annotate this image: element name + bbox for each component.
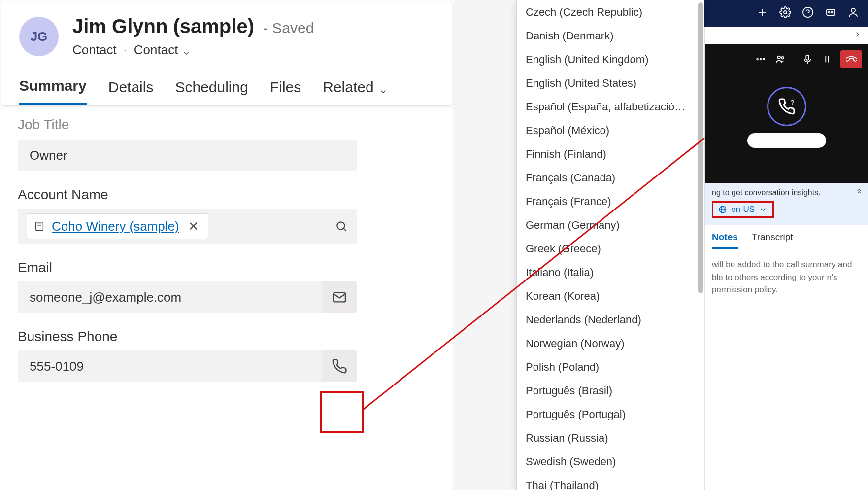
input-job-title[interactable]: Owner — [18, 140, 357, 171]
chevron-down-icon — [182, 46, 191, 55]
language-option[interactable]: Korean (Korea) — [517, 284, 698, 308]
globe-icon — [718, 205, 727, 214]
expand-panel-button[interactable] — [853, 30, 862, 41]
call-status-ring: ? — [767, 87, 806, 126]
language-dropdown[interactable]: Czech (Czech Republic)Danish (Denmark)En… — [516, 0, 704, 490]
profile-button[interactable] — [847, 6, 859, 20]
tab-summary[interactable]: Summary — [19, 77, 87, 105]
language-option[interactable]: Português (Brasil) — [517, 379, 698, 403]
svg-point-12 — [829, 12, 830, 13]
form-area: Job Title Owner Account Name Coho Winery… — [0, 118, 453, 382]
language-list[interactable]: Czech (Czech Republic)Danish (Denmark)En… — [517, 0, 698, 490]
send-email-button[interactable] — [322, 281, 357, 313]
contact-header: JG Jim Glynn (sample) - Saved Contact · … — [1, 1, 452, 106]
hangup-button[interactable] — [840, 50, 862, 68]
hold-button[interactable] — [821, 53, 834, 66]
transcript-language-selector[interactable]: en-US — [712, 201, 774, 218]
svg-point-16 — [760, 59, 762, 60]
phone-icon — [332, 358, 347, 374]
language-option[interactable]: Nederlands (Nederland) — [517, 308, 698, 332]
search-icon[interactable] — [335, 220, 348, 233]
field-business-phone: 555-0109 — [18, 350, 357, 382]
insight-tabs: Notes Transcript — [705, 225, 868, 249]
chevron-down-icon — [379, 83, 388, 92]
form-selector[interactable]: Contact — [134, 42, 191, 58]
language-option[interactable]: Swedish (Sweden) — [517, 450, 698, 474]
assistant-button[interactable] — [825, 6, 836, 20]
tab-related-label: Related — [323, 79, 373, 96]
call-controls — [754, 50, 862, 68]
mail-icon — [332, 289, 347, 305]
language-option[interactable]: Russian (Russia) — [517, 426, 698, 450]
language-option[interactable]: Español (México) — [517, 119, 698, 142]
svg-rect-0 — [36, 222, 43, 231]
tab-notes[interactable]: Notes — [712, 232, 738, 249]
breadcrumb-entity: Contact — [72, 42, 117, 58]
lookup-link[interactable]: Coho Winery (sample) — [52, 219, 179, 234]
panel-header — [705, 27, 868, 44]
tab-details[interactable]: Details — [108, 77, 154, 105]
call-avatar-area: ? — [747, 87, 826, 148]
language-option[interactable]: English (United Kingdom) — [517, 48, 698, 71]
svg-point-3 — [337, 222, 344, 229]
language-option[interactable]: Finnish (Finland) — [517, 142, 698, 166]
svg-point-18 — [778, 56, 781, 59]
input-business-phone[interactable]: 555-0109 — [18, 350, 322, 382]
call-area: ? — [705, 44, 868, 183]
record-tabs: Summary Details Scheduling Files Related — [19, 77, 434, 105]
lookup-chip-account[interactable]: Coho Winery (sample) ✕ — [27, 213, 208, 239]
phone-unknown-icon: ? — [778, 98, 796, 115]
language-option[interactable]: Português (Portugal) — [517, 403, 698, 426]
tab-related[interactable]: Related — [323, 77, 387, 105]
tab-files[interactable]: Files — [270, 77, 301, 105]
field-email: someone_j@example.com — [18, 281, 357, 313]
language-option[interactable]: Polish (Poland) — [517, 355, 698, 379]
caller-name-redacted — [747, 133, 826, 148]
clear-lookup-icon[interactable]: ✕ — [186, 219, 201, 234]
language-option[interactable]: Norwegian (Norway) — [517, 332, 698, 355]
contact-name: Jim Glynn (sample) — [72, 15, 254, 37]
tab-transcript[interactable]: Transcript — [752, 232, 793, 249]
language-option[interactable]: Italiano (Italia) — [517, 261, 698, 284]
form-selector-label: Contact — [134, 42, 178, 58]
svg-rect-20 — [806, 55, 809, 60]
entity-icon — [34, 221, 45, 232]
svg-point-13 — [832, 12, 833, 13]
separator-dot: · — [124, 42, 127, 58]
contact-record-panel: JG Jim Glynn (sample) - Saved Contact · … — [0, 0, 453, 490]
language-option[interactable]: Français (Canada) — [517, 166, 698, 190]
tab-scheduling[interactable]: Scheduling — [175, 77, 248, 105]
entity-breadcrumb: Contact · Contact — [72, 42, 314, 58]
language-option[interactable]: Czech (Czech Republic) — [517, 0, 698, 24]
lookup-account-name[interactable]: Coho Winery (sample) ✕ — [18, 209, 357, 244]
chevron-down-icon — [759, 205, 768, 214]
language-option[interactable]: Français (France) — [517, 190, 698, 213]
more-options-button[interactable] — [754, 53, 767, 66]
call-phone-button[interactable] — [322, 350, 357, 382]
mute-button[interactable] — [801, 53, 814, 66]
svg-point-17 — [763, 59, 765, 60]
language-option[interactable]: Danish (Denmark) — [517, 24, 698, 48]
language-option[interactable]: English (United States) — [517, 71, 698, 95]
svg-rect-11 — [827, 9, 835, 15]
language-option[interactable]: Thai (Thailand) — [517, 474, 698, 490]
help-button[interactable] — [802, 6, 814, 20]
add-button[interactable] — [757, 6, 768, 20]
language-option[interactable]: Greek (Greece) — [517, 237, 698, 261]
svg-line-4 — [344, 229, 346, 231]
language-option[interactable]: Español (España, alfabetización internac… — [517, 95, 698, 119]
app-top-bar — [704, 0, 868, 27]
participants-button[interactable] — [774, 53, 787, 66]
svg-text:?: ? — [790, 99, 794, 106]
svg-point-19 — [781, 57, 784, 59]
save-status: - Saved — [263, 20, 314, 36]
language-option[interactable]: German (Germany) — [517, 213, 698, 237]
settings-button[interactable] — [779, 6, 791, 20]
call-side-panel: ? ng to get conversation insights. en-US… — [704, 27, 868, 490]
scrollbar-thumb[interactable] — [698, 2, 703, 293]
notes-hint-text: will be added to the call summary and bl… — [705, 249, 868, 305]
input-email[interactable]: someone_j@example.com — [18, 281, 322, 313]
language-code-label: en-US — [731, 205, 755, 214]
label-job-title: Job Title — [18, 117, 435, 133]
collapse-banner-button[interactable] — [855, 187, 863, 197]
